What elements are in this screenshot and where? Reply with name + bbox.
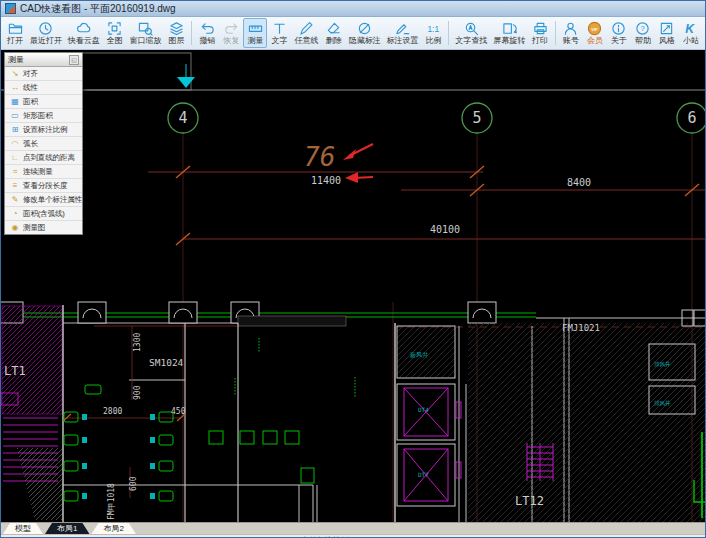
toolbar-free-line-button[interactable]: 任意线 [291,18,321,48]
toolbar-vip-button[interactable]: VIP会员 [583,18,607,48]
grid-bubble-label: 4 [178,109,187,127]
toilet-fixtures [64,338,355,501]
cad-label: 900 [133,385,142,400]
area-measure-icon: ▦ [10,97,20,107]
menu-item-label: 查看分段长度 [23,181,67,191]
menu-item-area-with-arc[interactable]: ◔面积(含弧线) [5,207,82,221]
menu-item-continuous-measure[interactable]: ≈连续测量 [5,165,82,179]
layers-icon [169,21,184,36]
cad-label: 40100 [430,224,460,235]
menu-item-rect-area[interactable]: ▭矩形面积 [5,109,82,123]
menu-item-linear-dimension[interactable]: ↔线性 [5,81,82,95]
toolbar-erase-button[interactable]: 删除 [322,18,346,48]
toolbar-cloud-disk-button[interactable]: 快看云盘 [65,18,103,48]
toolbar-text-button[interactable]: 文字 [267,18,291,48]
menu-item-area-measure[interactable]: ▦面积 [5,95,82,109]
drawing-canvas[interactable]: 4 5 6 [1,50,705,522]
help-icon: ? [635,21,650,36]
cad-label: 76 [304,142,335,172]
menu-pin-icon[interactable]: ◱ [69,55,79,65]
full-view-icon [107,21,122,36]
cad-label: 600 [129,476,138,491]
toolbar-full-view-button[interactable]: 全图 [103,18,127,48]
svg-text:?: ? [641,24,645,33]
menu-item-point-to-line-distance[interactable]: ∟点到直线的距离 [5,151,82,165]
cad-label: 排风井 [654,361,671,367]
menu-item-label: 设置标注比例 [23,125,67,135]
cad-label: 排风井 [654,400,671,406]
account-icon [563,21,578,36]
toolbar-button-label: 图层 [168,36,184,45]
toolbar-style-button[interactable]: 风格 [655,18,679,48]
menu-item-edit-annotation-property[interactable]: ✎修改单个标注属性 [5,193,82,207]
toolbar-button-label: 帮助 [635,36,651,45]
highlight-arrows [343,144,373,183]
toolbar-button-label: 测量 [247,36,263,45]
toolbar-text-search-button[interactable]: 文字查找 [452,18,490,48]
tab-layout1[interactable]: 布局1 [45,523,89,534]
cad-label: 11400 [311,175,341,186]
linear-dimension-icon: ↔ [10,83,20,93]
toolbar-undo-button[interactable]: 撤销 [195,18,219,48]
measure-icon [248,21,263,36]
grid-bubble-label: 6 [687,109,696,127]
elevator-core [397,326,461,506]
tab-label: 模型 [15,523,31,534]
toolbar: 打开最近打开快看云盘全图窗口缩放图层撤销恢复测量文字任意线删除隐藏标注标注设置1… [1,17,705,50]
toolbar-button-label: 会员 [587,36,603,45]
toolbar-button-label: 打印 [532,36,548,45]
menu-item-label: 测量图 [23,223,45,233]
toolbar-button-label: 删除 [326,36,342,45]
free-line-icon [299,21,314,36]
cad-label: FM甲1018 [107,483,116,520]
screen-rotate-icon [502,21,517,36]
toolbar-button-label: 文字查找 [455,36,487,45]
toolbar-about-button[interactable]: 关于 [607,18,631,48]
cad-label: 2800 [103,407,122,416]
toolbar-measure-button[interactable]: 测量 [243,18,267,48]
cad-label: 新风井 [410,351,429,358]
toolbar-site-button[interactable]: K小站 [679,18,703,48]
toolbar-screen-rotate-button[interactable]: 屏幕旋转 [490,18,528,48]
menu-item-align-dimension[interactable]: ↘对齐 [5,67,82,81]
measure-menu-header[interactable]: 测量 ◱ [5,53,82,67]
style-icon [659,21,674,36]
cad-drawing[interactable]: 4 5 6 [1,50,705,522]
undo-icon [200,21,215,36]
toolbar-annotation-settings-button[interactable]: 标注设置 [384,18,422,48]
toolbar-window-zoom-button[interactable]: 窗口缩放 [127,18,165,48]
tab-label: 布局2 [103,523,123,534]
tab-model[interactable]: 模型 [3,523,43,534]
window-zoom-icon [138,21,153,36]
measure-menu-items: ↘对齐↔线性▦面积▭矩形面积⊞设置标注比例◠弧长∟点到直线的距离≈连续测量≡查看… [5,67,82,234]
measure-menu-title: 测量 [8,54,24,65]
toolbar-button-label: 撤销 [199,36,215,45]
menu-item-measure-map[interactable]: ◉测量图 [5,221,82,234]
window-title: CAD快速看图 - 平面20160919.dwg [20,2,176,16]
menu-item-label: 面积(含弧线) [23,209,65,219]
menu-item-arc-length[interactable]: ◠弧长 [5,137,82,151]
toolbar-recent-open-button[interactable]: 最近打开 [27,18,65,48]
menu-item-segment-length[interactable]: ≡查看分段长度 [5,179,82,193]
app-icon [5,3,16,14]
recent-open-icon [38,21,53,36]
menu-item-label: 对齐 [23,69,38,79]
toolbar-button-label: 小站 [683,36,699,45]
toolbar-help-button[interactable]: ?帮助 [631,18,655,48]
point-to-line-distance-icon: ∟ [10,153,20,163]
toolbar-button-label: 关于 [611,36,627,45]
site-icon: K [683,21,698,36]
toolbar-hide-annotation-button[interactable]: 隐藏标注 [346,18,384,48]
tab-layout2[interactable]: 布局2 [91,523,135,534]
svg-text:K: K [686,22,696,36]
toolbar-scale-button[interactable]: 1:1比例 [421,18,445,48]
cad-label: 8400 [567,177,591,188]
toolbar-account-button[interactable]: 账号 [559,18,583,48]
toolbar-print-button[interactable]: 打印 [528,18,552,48]
menu-item-label: 修改单个标注属性 [23,195,82,205]
menu-item-set-annotation-scale[interactable]: ⊞设置标注比例 [5,123,82,137]
toolbar-open-folder-button[interactable]: 打开 [3,18,27,48]
toolbar-button-label: 打开 [7,36,23,45]
cad-label: FMJ1021 [562,323,600,333]
toolbar-layers-button[interactable]: 图层 [164,18,188,48]
